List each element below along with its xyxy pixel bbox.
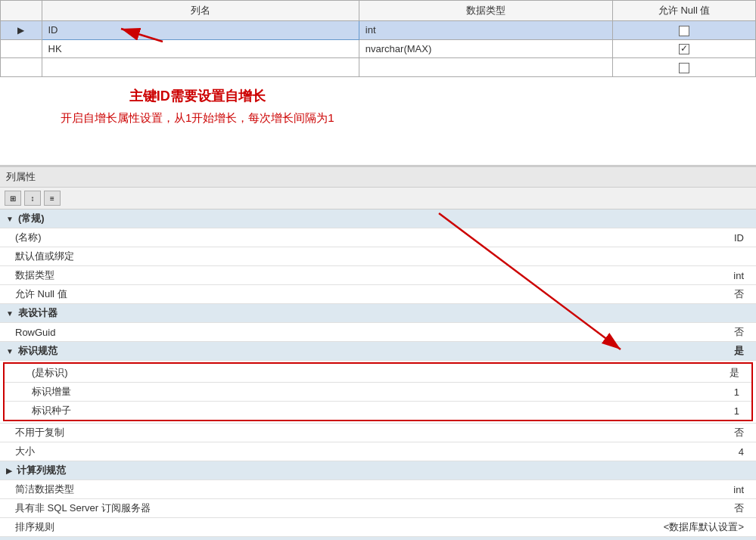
prop-row-size: 大小 4 [0,442,756,461]
prop-label: 允许 Null 值 [0,285,242,304]
prop-label: 不用于复制 [0,424,242,442]
prop-label: 默认值或绑定 [0,247,242,266]
prop-label: 排序规则 [0,518,242,537]
section-value: 是 [242,342,756,361]
section-title: (常规) [18,212,45,225]
section-title: 表设计器 [18,306,58,320]
section-designer-header: ▼ 表设计器 [0,304,756,323]
col-null-header: 允许 Null 值 [613,1,756,21]
prop-label: 标识种子 [4,402,246,421]
panel-title: 列属性 [6,171,36,182]
properties-table: ▼ (常规) (名称) ID 默认值或绑定 数据类型 [0,209,756,540]
prop-row-nullable: 允许 Null 值 否 [0,285,756,304]
section-value [242,209,756,228]
section-title: 标识规范 [18,344,58,358]
table-row[interactable]: ▶ ID int [1,21,756,40]
annotation-sub: 开启自增长属性设置，从1开始增长，每次增长间隔为1 [61,111,334,126]
table-row[interactable]: HK nvarchar(MAX) [1,39,756,58]
identity-box-row: (是标识) 是 标识增量 1 标识种子 1 [0,361,756,424]
column-table: 列名 数据类型 允许 Null 值 ▶ ID int HK nvarchar(M… [0,0,756,77]
prop-row-condensed-type: 简洁数据类型 int [0,480,756,499]
section-general-header: ▼ (常规) [0,209,756,228]
prop-value: 否 [242,424,756,442]
row-indicator: ▶ [1,21,42,40]
annotation-area: 主键ID需要设置自增长 开启自增长属性设置，从1开始增长，每次增长间隔为1 [61,87,334,126]
column-name-cell[interactable] [42,58,359,77]
prop-label: RowGuid [0,323,242,342]
prop-row-isidentity: (是标识) 是 [4,363,752,383]
prop-value: 否 [242,499,756,518]
chevron-down-icon: ▼ [6,309,14,318]
prop-row-name: (名称) ID [0,228,756,247]
nullable-cell [613,21,756,40]
table-row[interactable] [1,58,756,77]
column-type-cell [359,58,612,77]
section-identity-header: ▼ 标识规范 是 [0,342,756,361]
prop-value: 1 [246,383,752,402]
nullable-cell [613,39,756,58]
column-name-cell[interactable]: HK [42,39,359,58]
prop-value: 1 [246,402,752,421]
prop-row-nonsssubscriber: 具有非 SQL Server 订阅服务器 否 [0,499,756,518]
nullable-checkbox[interactable] [679,63,689,73]
prop-value: int [242,480,756,499]
section-label: ▶ 全文规范 [0,537,242,540]
prop-row-collation: 排序规则 <数据库默认设置> [0,518,756,537]
section-value [242,461,756,480]
column-name-cell[interactable]: ID [42,21,359,40]
prop-label: 标识增量 [4,383,246,402]
section-label: ▶ 计算列规范 [0,461,242,479]
prop-value: int [242,266,756,285]
prop-value: <数据库默认设置> [242,518,756,537]
properties-panel: 列属性 ⊞ ↕ ≡ ▼ (常规) (名称) ID [0,166,756,540]
panel-toolbar: ⊞ ↕ ≡ [0,188,756,209]
nullable-cell [613,58,756,77]
prop-row-identity-increment: 标识增量 1 [4,383,752,402]
prop-value: 否 [242,323,756,342]
section-title: 计算列规范 [17,464,66,477]
nullable-checkbox[interactable] [679,26,689,36]
section-label: ▼ 表设计器 [0,304,242,322]
prop-value [242,247,756,266]
section-label: ▼ (常规) [0,209,242,228]
prop-row-default: 默认值或绑定 [0,247,756,266]
prop-value: 是 [246,363,752,383]
section-value: 否 [242,537,756,541]
chevron-down-icon: ▼ [6,215,14,223]
prop-row-rowguid: RowGuid 否 [0,323,756,342]
table-design-section: 列名 数据类型 允许 Null 值 ▶ ID int HK nvarchar(M… [0,0,756,166]
column-type-cell: nvarchar(MAX) [359,39,612,58]
section-computed-header: ▶ 计算列规范 [0,461,756,480]
grid-icon[interactable]: ⊞ [5,191,21,206]
sort-icon[interactable]: ↕ [24,191,41,206]
panel-header: 列属性 [0,166,756,188]
section-label: ▼ 标识规范 [0,342,242,360]
prop-label: 大小 [0,442,242,461]
section-fulltext-header: ▶ 全文规范 否 [0,537,756,541]
chevron-down-icon: ▼ [6,347,14,355]
prop-label: (是标识) [4,363,246,383]
indicator-col [1,1,42,21]
column-type-cell: int [359,21,612,40]
prop-row-datatype: 数据类型 int [0,266,756,285]
col-type-header: 数据类型 [359,1,612,21]
table-icon[interactable]: ≡ [44,191,61,206]
prop-value: ID [242,228,756,247]
chevron-right-icon: ▶ [6,467,12,475]
prop-label: 数据类型 [0,266,242,285]
col-name-header: 列名 [42,1,359,21]
properties-wrapper: ▼ (常规) (名称) ID 默认值或绑定 数据类型 [0,209,756,540]
prop-row-notforreplication: 不用于复制 否 [0,424,756,442]
prop-label: 具有非 SQL Server 订阅服务器 [0,499,242,518]
section-value [242,304,756,323]
prop-label: (名称) [0,228,242,247]
row-indicator [1,58,42,77]
prop-label: 简洁数据类型 [0,480,242,499]
prop-value: 否 [242,285,756,304]
prop-value: 4 [242,442,756,461]
nullable-checkbox[interactable] [679,44,689,54]
row-indicator [1,39,42,58]
annotation-main: 主键ID需要设置自增长 [61,87,334,105]
prop-row-identity-seed: 标识种子 1 [4,402,752,421]
